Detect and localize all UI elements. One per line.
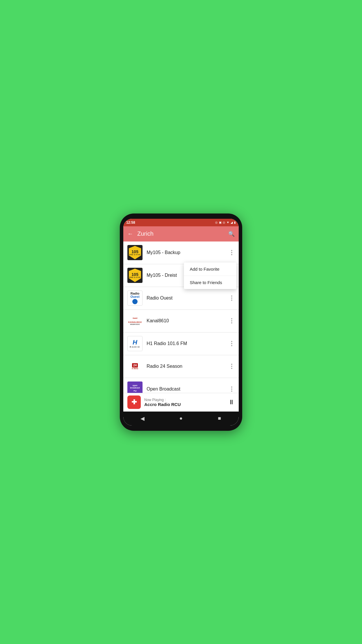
status-icons: ◎ ▣ ◎ ▼ ◢ ▮ (215, 221, 236, 224)
context-menu: Add to Favorite Share to Friends (184, 262, 236, 289)
now-playing-bar: ✚ Now Playing : Accro Radio RCU ⏸ (123, 393, 239, 412)
nav-home-button[interactable]: ● (176, 413, 186, 424)
station-list: 105 ONE-O-FIVE My105 - Backup Add to Fav… (123, 242, 239, 393)
sd-icon: ▣ (219, 221, 222, 224)
status-bar: 12:58 ◎ ▣ ◎ ▼ ◢ ▮ (123, 219, 239, 226)
logo-cross-icon: ✚ (131, 398, 137, 406)
phone-frame: 12:58 ◎ ▣ ◎ ▼ ◢ ▮ ← Zurich 🔍 (120, 214, 242, 431)
now-playing-logo: ✚ (127, 396, 141, 409)
notification-icon: ◎ (223, 221, 225, 224)
sim-icon: ◎ (215, 221, 218, 224)
status-time: 12:58 (126, 220, 135, 225)
wifi-icon: ▼ (226, 221, 229, 224)
back-button[interactable]: ← (127, 230, 133, 237)
nav-bar: ◀ ● ■ (123, 412, 239, 426)
nav-recent-button[interactable]: ■ (214, 413, 225, 424)
battery-icon: ▮ (234, 221, 236, 224)
now-playing-name: Accro Radio RCU (144, 402, 228, 407)
now-playing-label: Now Playing : (144, 398, 228, 402)
signal-icon: ◢ (231, 221, 233, 224)
now-playing-info: Now Playing : Accro Radio RCU (144, 398, 228, 407)
add-favorite-button[interactable]: Add to Favorite (184, 262, 236, 276)
pause-button[interactable]: ⏸ (228, 398, 235, 406)
search-button[interactable]: 🔍 (228, 231, 235, 237)
app-bar: ← Zurich 🔍 (123, 226, 239, 242)
page-title: Zurich (137, 230, 228, 237)
phone-screen: 12:58 ◎ ▣ ◎ ▼ ◢ ▮ ← Zurich 🔍 (123, 219, 239, 426)
nav-back-button[interactable]: ◀ (137, 413, 148, 424)
share-friends-button[interactable]: Share to Friends (184, 276, 236, 289)
